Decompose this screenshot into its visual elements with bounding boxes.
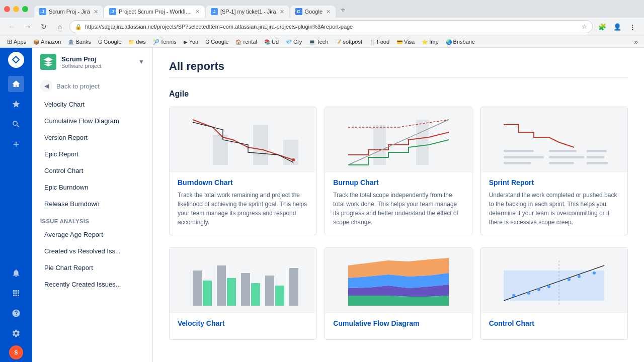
sidebar-item-control[interactable]: Control Chart [36, 163, 148, 178]
ud-icon: 📚 [264, 39, 270, 45]
sidebar-item-created-vs-resolved[interactable]: Created vs Resolved Iss... [36, 243, 148, 259]
sidebar-item-cumulative[interactable]: Cumulative Flow Diagram [36, 113, 148, 129]
cumflow-chart-image [325, 248, 471, 313]
browser-tab-3[interactable]: J [SP-1] my ticket1 - Jira ✕ [206, 6, 289, 18]
minimize-window-btn[interactable] [13, 6, 19, 12]
browser-toolbar: ← → ↻ ⌂ 🔒 https://sagarjira.atlassian.ne… [0, 18, 644, 36]
svg-rect-27 [504, 270, 604, 301]
forward-nav-btn[interactable]: → [21, 20, 34, 33]
sidebar-item-version[interactable]: Version Report [36, 130, 148, 145]
svg-rect-12 [549, 150, 577, 152]
bookmark-google2[interactable]: G Google [202, 38, 231, 46]
bookmark-ud[interactable]: 📚 Ud [261, 38, 282, 46]
svg-rect-1 [253, 125, 268, 165]
svg-rect-25 [275, 286, 284, 306]
sprint-card-desc: Understand the work completed or pushed … [489, 191, 619, 227]
bookmark-dws[interactable]: 📁 dws [125, 38, 149, 46]
velocity-card-title: Velocity Chart [178, 319, 308, 327]
bookmark-food[interactable]: 🍴 Food [366, 38, 392, 46]
bookmark-cry[interactable]: 💎 Cry [283, 38, 305, 46]
bookmark-brisbane[interactable]: 🌏 Brisbane [443, 38, 478, 46]
bookmark-rental[interactable]: 🏠 rental [232, 38, 260, 46]
svg-rect-19 [203, 281, 212, 306]
browser-tab-1[interactable]: J Scrum Proj - Jira ✕ [34, 6, 103, 18]
bookmark-apps[interactable]: ⊞ Apps [4, 37, 29, 46]
help-icon[interactable] [8, 305, 24, 321]
tennis-icon: 🎾 [153, 39, 159, 45]
bookmark-imp[interactable]: ⭐ Imp [419, 38, 441, 46]
svg-rect-13 [549, 156, 584, 158]
bookmark-amazon[interactable]: 📦 Amazon [30, 38, 64, 46]
svg-point-33 [547, 285, 550, 288]
sidebar-item-epic[interactable]: Epic Report [36, 146, 148, 162]
home-nav-icon[interactable] [8, 76, 24, 92]
home-btn[interactable]: ⌂ [53, 20, 66, 33]
tab3-favicon: J [211, 8, 218, 15]
browser-tab-4[interactable]: G Google ✕ [290, 6, 336, 18]
bookmark-tech[interactable]: 💻 Tech [306, 38, 331, 46]
bookmark-softpost[interactable]: 📝 softpost [332, 38, 365, 46]
sidebar-item-pie-chart[interactable]: Pie Chart Report [36, 260, 148, 276]
apps-switcher-icon[interactable] [8, 285, 24, 301]
new-tab-btn[interactable]: + [337, 3, 349, 18]
jira-logo[interactable] [8, 52, 24, 68]
address-bar[interactable]: 🔒 https://sagarjira.atlassian.net/projec… [69, 20, 593, 33]
sidebar-chevron-icon: ▼ [138, 58, 144, 65]
issue-analysis-section-label: ISSUE ANALYSIS [32, 212, 152, 226]
bookmark-star-icon[interactable]: ☆ [582, 23, 587, 30]
svg-point-30 [512, 294, 515, 297]
svg-rect-23 [251, 283, 260, 306]
sprint-report-card[interactable]: Sprint Report Understand the work comple… [480, 107, 628, 235]
extensions-btn[interactable]: 🧩 [596, 20, 609, 33]
browser-tab-2[interactable]: J Project Scrum Proj - Workflo... ✕ [104, 6, 205, 18]
back-nav-btn[interactable]: ← [5, 20, 18, 33]
sidebar-item-velocity[interactable]: Velocity Chart [36, 97, 148, 112]
cumflow-chart-card[interactable]: Cumulative Flow Diagram [325, 247, 472, 340]
svg-point-36 [593, 272, 596, 275]
tab4-close[interactable]: ✕ [326, 9, 331, 15]
bookmark-you[interactable]: ▶ You [181, 38, 202, 46]
burndown-chart-card[interactable]: Burndown Chart Track the total work rema… [169, 107, 316, 235]
notifications-icon[interactable] [8, 265, 24, 281]
profile-btn[interactable]: 👤 [611, 20, 624, 33]
cry-icon: 💎 [286, 39, 292, 45]
svg-point-32 [537, 288, 540, 291]
search-nav-icon[interactable] [8, 116, 24, 132]
control-chart-card[interactable]: Control Chart [480, 247, 628, 340]
maximize-window-btn[interactable] [22, 6, 28, 12]
burndown-chart-image [170, 107, 316, 172]
sidebar-project-header[interactable]: Scrum Proj Software project ▼ [32, 48, 152, 76]
svg-rect-26 [289, 268, 298, 306]
tech-icon: 💻 [309, 39, 315, 45]
svg-rect-16 [587, 156, 604, 158]
bookmarks-bar: ⊞ Apps 📦 Amazon 🏦 Banks G Google 📁 dws 🎾… [0, 36, 644, 48]
bookmark-banks[interactable]: 🏦 Banks [65, 38, 94, 46]
create-nav-icon[interactable] [8, 136, 24, 152]
bookmark-tennis[interactable]: 🎾 Tennis [150, 38, 180, 46]
tab2-close[interactable]: ✕ [195, 9, 200, 15]
reports-grid-row1: Burndown Chart Track the total work rema… [169, 107, 628, 235]
sidebar-item-average-age[interactable]: Average Age Report [36, 227, 148, 242]
burnup-chart-card[interactable]: Burnup Chart Track the total scope indep… [325, 107, 472, 235]
project-type: Software project [61, 63, 101, 69]
settings-icon[interactable] [8, 325, 24, 341]
sidebar-item-release-burndown[interactable]: Release Burndown [36, 196, 148, 212]
tab1-close[interactable]: ✕ [94, 9, 98, 15]
bookmarks-more-btn[interactable]: » [632, 38, 640, 46]
starred-nav-icon[interactable] [8, 96, 24, 112]
sidebar-item-epic-burndown[interactable]: Epic Burndown [36, 179, 148, 195]
bookmark-google[interactable]: G Google [95, 38, 124, 46]
tab3-close[interactable]: ✕ [280, 9, 284, 15]
back-to-project-btn[interactable]: ◀ Back to project [32, 76, 152, 96]
user-avatar[interactable]: S [9, 345, 23, 359]
address-text: https://sagarjira.atlassian.net/projects… [85, 24, 579, 30]
google-icon: G [98, 39, 102, 45]
menu-btn[interactable]: ⋮ [626, 20, 639, 33]
sidebar-item-recently-created[interactable]: Recently Created Issues... [36, 277, 148, 292]
close-window-btn[interactable] [4, 6, 10, 12]
reload-btn[interactable]: ↻ [37, 20, 50, 33]
imp-icon: ⭐ [422, 39, 428, 45]
velocity-chart-card[interactable]: Velocity Chart [169, 247, 316, 340]
bookmark-visa[interactable]: 💳 Visa [393, 38, 418, 46]
left-sidebar: Scrum Proj Software project ▼ ◀ Back to … [32, 48, 153, 362]
